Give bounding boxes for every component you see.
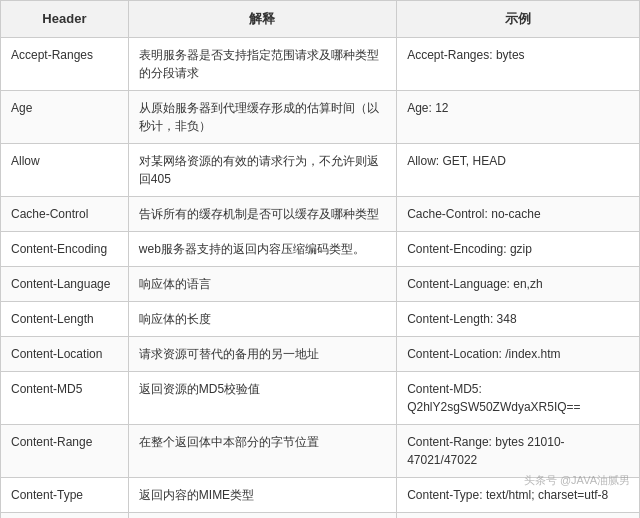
- cell-desc: 返回资源的MD5校验值: [128, 371, 396, 424]
- cell-header: Content-Location: [1, 336, 129, 371]
- table-row: Content-Encodingweb服务器支持的返回内容压缩编码类型。Cont…: [1, 231, 640, 266]
- cell-desc: 响应体的长度: [128, 301, 396, 336]
- cell-header: Content-Type: [1, 477, 129, 512]
- cell-example: Date: Tue, 15 Nov 2010 08:12:31 GMT: [397, 512, 640, 518]
- cell-desc: 原始服务器消息发出的时间: [128, 512, 396, 518]
- table-row: Age从原始服务器到代理缓存形成的估算时间（以秒计，非负）Age: 12: [1, 90, 640, 143]
- cell-header: Content-Encoding: [1, 231, 129, 266]
- cell-example: Content-Length: 348: [397, 301, 640, 336]
- cell-header: Age: [1, 90, 129, 143]
- cell-example: Content-MD5: Q2hlY2sgSW50ZWdyaXR5IQ==: [397, 371, 640, 424]
- col-header-example: 示例: [397, 1, 640, 38]
- col-header-header: Header: [1, 1, 129, 38]
- col-header-desc: 解释: [128, 1, 396, 38]
- table-row: Allow对某网络资源的有效的请求行为，不允许则返回405Allow: GET,…: [1, 143, 640, 196]
- table-row: Content-MD5返回资源的MD5校验值Content-MD5: Q2hlY…: [1, 371, 640, 424]
- table-row: Date原始服务器消息发出的时间Date: Tue, 15 Nov 2010 0…: [1, 512, 640, 518]
- table-row: Content-Length响应体的长度Content-Length: 348: [1, 301, 640, 336]
- cell-header: Accept-Ranges: [1, 37, 129, 90]
- cell-desc: 响应体的语言: [128, 266, 396, 301]
- cell-desc: 从原始服务器到代理缓存形成的估算时间（以秒计，非负）: [128, 90, 396, 143]
- http-headers-table: Header 解释 示例 Accept-Ranges表明服务器是否支持指定范围请…: [0, 0, 640, 518]
- cell-desc: 对某网络资源的有效的请求行为，不允许则返回405: [128, 143, 396, 196]
- cell-example: Content-Language: en,zh: [397, 266, 640, 301]
- cell-desc: 请求资源可替代的备用的另一地址: [128, 336, 396, 371]
- cell-desc: 返回内容的MIME类型: [128, 477, 396, 512]
- cell-desc: 告诉所有的缓存机制是否可以缓存及哪种类型: [128, 196, 396, 231]
- cell-example: Accept-Ranges: bytes: [397, 37, 640, 90]
- cell-desc: 在整个返回体中本部分的字节位置: [128, 424, 396, 477]
- cell-header: Content-Length: [1, 301, 129, 336]
- table-row: Content-Language响应体的语言Content-Language: …: [1, 266, 640, 301]
- table-row: Content-Range在整个返回体中本部分的字节位置Content-Rang…: [1, 424, 640, 477]
- table-row: Accept-Ranges表明服务器是否支持指定范围请求及哪种类型的分段请求Ac…: [1, 37, 640, 90]
- cell-desc: web服务器支持的返回内容压缩编码类型。: [128, 231, 396, 266]
- cell-example: Allow: GET, HEAD: [397, 143, 640, 196]
- watermark: 头条号 @JAVA油腻男: [524, 473, 630, 488]
- cell-example: Content-Range: bytes 21010-47021/47022: [397, 424, 640, 477]
- cell-header: Allow: [1, 143, 129, 196]
- cell-header: Content-Range: [1, 424, 129, 477]
- cell-header: Date: [1, 512, 129, 518]
- cell-header: Cache-Control: [1, 196, 129, 231]
- cell-example: Cache-Control: no-cache: [397, 196, 640, 231]
- table-row: Cache-Control告诉所有的缓存机制是否可以缓存及哪种类型Cache-C…: [1, 196, 640, 231]
- cell-example: Content-Location: /index.htm: [397, 336, 640, 371]
- cell-example: Age: 12: [397, 90, 640, 143]
- cell-header: Content-MD5: [1, 371, 129, 424]
- table-row: Content-Location请求资源可替代的备用的另一地址Content-L…: [1, 336, 640, 371]
- cell-desc: 表明服务器是否支持指定范围请求及哪种类型的分段请求: [128, 37, 396, 90]
- cell-header: Content-Language: [1, 266, 129, 301]
- cell-example: Content-Encoding: gzip: [397, 231, 640, 266]
